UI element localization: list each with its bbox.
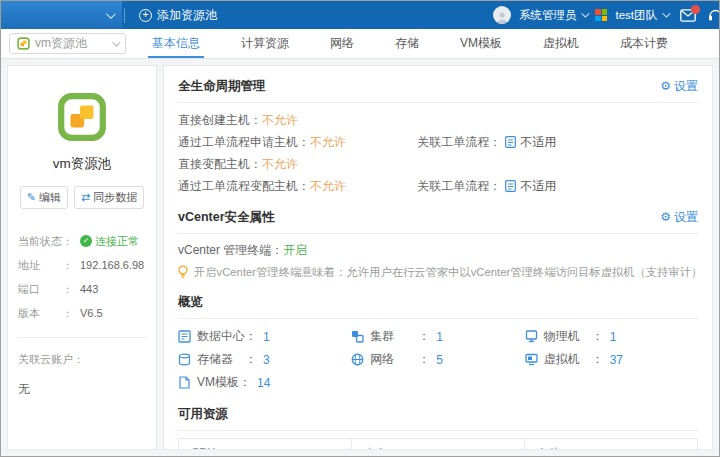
overview-label: 数据中心： xyxy=(197,328,257,345)
port-label: 端口 ： xyxy=(18,282,80,297)
overview-value[interactable]: 1 xyxy=(610,330,617,344)
plus-circle-icon: + xyxy=(139,9,152,22)
vm-template-icon xyxy=(178,376,191,389)
overview-label: 存储器 ： xyxy=(197,351,257,368)
terminal-row: vCenter 管理终端： 开启 xyxy=(178,240,698,261)
security-title: vCenter安全属性 xyxy=(178,209,275,226)
overview-value[interactable]: 3 xyxy=(263,353,270,367)
pool-summary-panel: vm资源池 ✎ 编辑 ⇄ 同步数据 当前状态： ✓ 连接正常 xyxy=(7,65,157,450)
team-grid-icon xyxy=(595,9,607,21)
settings-label: 设置 xyxy=(674,78,698,95)
resource-pool-icon xyxy=(17,37,30,50)
overview-value[interactable]: 14 xyxy=(257,376,270,390)
divider xyxy=(178,318,698,319)
memory-card: 内存 可用: 6.81 xyxy=(351,439,524,450)
overview-value[interactable]: 1 xyxy=(436,330,443,344)
status-value: 连接正常 xyxy=(95,234,139,249)
person-icon xyxy=(495,10,509,24)
security-settings-link[interactable]: ⚙ 设置 xyxy=(660,209,698,226)
overview-item-datastore: 存储器 ： 3 xyxy=(178,348,351,371)
content-area: vm资源池 ✎ 编辑 ⇄ 同步数据 当前状态： ✓ 连接正常 xyxy=(1,59,719,456)
edit-label: 编辑 xyxy=(39,190,61,205)
resources-title: 可用资源 xyxy=(178,406,228,423)
row-label: 通过工单流程变配主机： xyxy=(178,178,310,195)
overview-label: VM模板： xyxy=(197,374,251,391)
basic-info-panel: 全生命周期管理 ⚙ 设置 直接创建主机： 不允许 通过工单流程申请主机： 不允许 xyxy=(163,65,713,450)
status-badge: ✓ 连接正常 xyxy=(80,234,139,249)
gear-icon: ⚙ xyxy=(660,80,671,92)
network-globe-icon xyxy=(351,353,364,366)
terminal-tip: 开启vCenter管理终端意味着：允许用户在行云管家中以vCenter管理终端访… xyxy=(178,262,698,282)
resources-section-header: 可用资源 xyxy=(178,404,698,424)
row-value: 不允许 xyxy=(310,178,346,195)
overview-item-vm: 虚拟机 ： 37 xyxy=(525,348,698,371)
divider xyxy=(178,430,698,431)
messages-button[interactable] xyxy=(680,9,696,22)
overview-label: 虚拟机 ： xyxy=(544,351,604,368)
lifecycle-row: 通过工单流程变配主机： 不允许 关联工单流程： 不适用 xyxy=(178,175,698,197)
add-resource-pool-button[interactable]: + 添加资源池 xyxy=(139,7,217,24)
document-icon xyxy=(505,180,516,192)
row-value: 不允许 xyxy=(262,112,298,129)
sync-data-button[interactable]: ⇄ 同步数据 xyxy=(74,186,144,209)
datastore-icon xyxy=(178,353,191,366)
terminal-label: vCenter 管理终端： xyxy=(178,242,283,259)
user-name: 系统管理员 xyxy=(519,8,577,23)
cpu-card: CPU CPU 可用: 12.29 GHz xyxy=(179,439,351,450)
tab-basic-info[interactable]: 基本信息 xyxy=(148,31,204,58)
terminal-value: 开启 xyxy=(283,242,307,259)
address-label: 地址 ： xyxy=(18,258,80,273)
cpu-card-title: CPU xyxy=(191,446,339,450)
team-menu[interactable]: test团队 xyxy=(615,8,668,23)
topbar-right-cluster: 系统管理员 test团队 xyxy=(493,6,719,24)
divider xyxy=(178,233,698,234)
datacenter-icon xyxy=(178,330,191,343)
lifecycle-row: 直接创建主机： 不允许 xyxy=(178,109,698,131)
headset-icon xyxy=(708,8,719,22)
lifecycle-title: 全生命周期管理 xyxy=(178,78,266,95)
chevron-down-icon xyxy=(112,38,120,46)
support-button[interactable] xyxy=(708,8,719,22)
overview-item-cluster: 集群 ： 1 xyxy=(351,325,524,348)
row-label: 直接创建主机： xyxy=(178,112,262,129)
divider xyxy=(178,102,698,103)
user-menu[interactable]: 系统管理员 xyxy=(519,8,588,23)
tab-compute[interactable]: 计算资源 xyxy=(237,31,293,58)
tab-virtual-machine[interactable]: 虚拟机 xyxy=(539,31,583,58)
tab-storage[interactable]: 存储 xyxy=(391,31,423,58)
pool-title: vm资源池 xyxy=(18,155,146,173)
row-label: 通过工单流程申请主机： xyxy=(178,134,310,151)
status-label: 当前状态： xyxy=(18,234,80,249)
virtual-machine-icon xyxy=(525,353,538,366)
resource-cards: CPU CPU 可用: 12.29 GHz xyxy=(178,438,698,450)
pool-actions: ✎ 编辑 ⇄ 同步数据 xyxy=(18,186,146,209)
app-window: + 添加资源池 系统管理员 test团队 xyxy=(0,0,720,457)
tab-vm-template[interactable]: VM模板 xyxy=(456,31,506,58)
tab-billing[interactable]: 成本计费 xyxy=(616,31,672,58)
bulb-icon xyxy=(178,265,188,279)
workflow-value: 不适用 xyxy=(520,134,556,151)
pencil-icon: ✎ xyxy=(27,191,36,204)
edit-button[interactable]: ✎ 编辑 xyxy=(20,186,68,209)
overview-title: 概览 xyxy=(178,294,203,311)
divider xyxy=(124,8,125,23)
workspace-dropdown[interactable] xyxy=(1,1,122,29)
tab-network[interactable]: 网络 xyxy=(326,31,358,58)
divider xyxy=(18,337,146,338)
version-row: 版本 ： V6.5 xyxy=(18,301,146,325)
avatar[interactable] xyxy=(493,6,511,24)
overview-value[interactable]: 1 xyxy=(263,330,270,344)
storage-card: 存储 可用: 745.26 GB xyxy=(524,439,697,450)
overview-value[interactable]: 5 xyxy=(436,353,443,367)
lifecycle-settings-link[interactable]: ⚙ 设置 xyxy=(660,78,698,95)
lifecycle-section-header: 全生命周期管理 ⚙ 设置 xyxy=(178,76,698,96)
row-label: 直接变配主机： xyxy=(178,156,262,173)
pool-select-value: vm资源池 xyxy=(35,35,87,52)
overview-label: 网络 ： xyxy=(370,351,430,368)
pool-info-list: 当前状态： ✓ 连接正常 地址 ： 192.168.6.98 端口 ： 443 … xyxy=(18,229,146,325)
pool-select[interactable]: vm资源池 xyxy=(9,33,126,54)
row-value: 不允许 xyxy=(310,134,346,151)
add-resource-pool-label: 添加资源池 xyxy=(157,7,217,24)
overview-value[interactable]: 37 xyxy=(610,353,623,367)
port-row: 端口 ： 443 xyxy=(18,277,146,301)
